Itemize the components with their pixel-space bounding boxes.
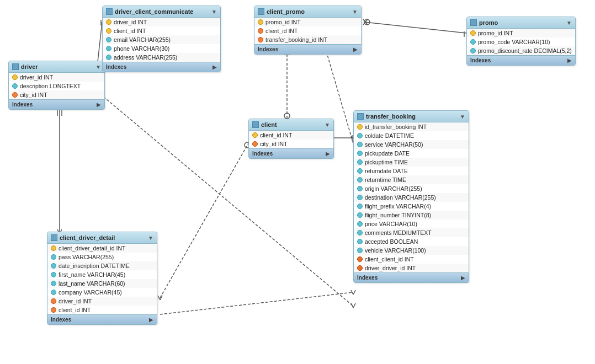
field-text: driver_id INT bbox=[59, 298, 92, 304]
field-row: driver_id INT bbox=[9, 73, 104, 82]
field-row: comments MEDIUMTEXT bbox=[354, 228, 469, 237]
field-text: origin VARCHAR(255) bbox=[365, 185, 422, 192]
indexes-arrow: ▶ bbox=[567, 57, 572, 63]
table-promo-arrow[interactable]: ▼ bbox=[566, 20, 572, 26]
field-row: returndate DATE bbox=[354, 167, 469, 175]
field-text: client_id INT bbox=[114, 28, 146, 34]
field-text: vehicle VARCHAR(100) bbox=[365, 247, 426, 254]
indexes-row-client[interactable]: Indexes ▶ bbox=[249, 148, 333, 158]
field-row: flight_number TINYINT(8) bbox=[354, 211, 469, 220]
indexes-label: Indexes bbox=[258, 46, 278, 52]
field-icon bbox=[51, 272, 56, 277]
indexes-label: Indexes bbox=[470, 57, 491, 63]
indexes-label: Indexes bbox=[106, 64, 126, 70]
field-row: driver_id INT bbox=[47, 297, 157, 306]
table-dcc-arrow[interactable]: ▼ bbox=[211, 9, 217, 15]
table-icon bbox=[258, 8, 264, 15]
field-row: coldate DATETIME bbox=[354, 131, 469, 140]
table-cp-header: client_promo ▼ bbox=[254, 6, 361, 18]
field-row: first_name VARCHAR(45) bbox=[47, 270, 157, 279]
field-row: flight_prefix VARCHAR(4) bbox=[354, 202, 469, 211]
field-text: flight_number TINYINT(8) bbox=[365, 212, 431, 218]
field-text: id_transfer_booking INT bbox=[365, 124, 427, 130]
field-text: client_client_id INT bbox=[365, 256, 414, 263]
field-row: city_id INT bbox=[249, 140, 333, 148]
table-dcc-header: driver_client_communicate ▼ bbox=[103, 6, 220, 18]
indexes-arrow: ▶ bbox=[326, 151, 330, 157]
field-text: pass VARCHAR(255) bbox=[59, 254, 114, 260]
table-driver-client-communicate[interactable]: driver_client_communicate ▼ driver_id IN… bbox=[102, 6, 221, 72]
table-driver-arrow[interactable]: ▼ bbox=[95, 64, 101, 70]
field-row: returntime TIME bbox=[354, 175, 469, 184]
indexes-arrow: ▶ bbox=[353, 46, 358, 52]
fk-icon bbox=[12, 92, 18, 98]
field-icon bbox=[357, 142, 363, 147]
table-cdd-arrow[interactable]: ▼ bbox=[148, 235, 153, 241]
indexes-row-driver[interactable]: Indexes ▶ bbox=[9, 99, 104, 109]
field-row: driver_id INT bbox=[103, 18, 220, 26]
table-driver[interactable]: driver ▼ driver_id INT description LONGT… bbox=[8, 61, 105, 110]
field-row: phone VARCHAR(30) bbox=[103, 44, 220, 53]
table-driver-title: driver bbox=[21, 63, 93, 70]
field-row: pickuptime TIME bbox=[354, 158, 469, 167]
field-text: email VARCHAR(255) bbox=[114, 36, 171, 43]
table-tb-title: transfer_booking bbox=[366, 113, 458, 120]
indexes-row-tb[interactable]: Indexes ▶ bbox=[354, 272, 469, 282]
field-icon bbox=[470, 48, 476, 53]
table-client[interactable]: client ▼ client_id INT city_id INT Index… bbox=[248, 119, 334, 159]
table-promo-title: promo bbox=[479, 19, 564, 26]
field-row: client_id INT bbox=[254, 26, 361, 35]
field-text: driver_id INT bbox=[20, 74, 53, 81]
field-row: promo_code VARCHAR(10) bbox=[467, 38, 575, 46]
field-text: service VARCHAR(50) bbox=[365, 141, 423, 148]
field-row: email VARCHAR(255) bbox=[103, 35, 220, 44]
diagram-canvas: driver ▼ driver_id INT description LONGT… bbox=[0, 0, 595, 364]
field-row: accepted BOOLEAN bbox=[354, 237, 469, 246]
field-row: client_driver_detail_id INT bbox=[47, 244, 157, 253]
field-row: promo_id INT bbox=[467, 29, 575, 38]
svg-point-18 bbox=[364, 19, 370, 25]
table-client-driver-detail[interactable]: client_driver_detail ▼ client_driver_det… bbox=[47, 232, 157, 325]
indexes-row-promo[interactable]: Indexes ▶ bbox=[467, 55, 575, 65]
pk-icon bbox=[106, 28, 111, 34]
field-row: driver_driver_id INT bbox=[354, 264, 469, 272]
field-icon bbox=[106, 55, 111, 60]
field-text: phone VARCHAR(30) bbox=[114, 45, 169, 52]
field-row: promo_discount_rate DECIMAL(5,2) bbox=[467, 46, 575, 55]
table-promo[interactable]: promo ▼ promo_id INT promo_code VARCHAR(… bbox=[466, 17, 576, 66]
field-text: promo_discount_rate DECIMAL(5,2) bbox=[478, 47, 572, 54]
field-row: client_client_id INT bbox=[354, 255, 469, 264]
indexes-label: Indexes bbox=[252, 151, 273, 157]
field-text: flight_prefix VARCHAR(4) bbox=[365, 203, 431, 210]
svg-line-32 bbox=[160, 296, 162, 300]
field-text: pickupdate DATE bbox=[365, 150, 410, 157]
indexes-row-cp[interactable]: Indexes ▶ bbox=[254, 44, 361, 54]
svg-line-28 bbox=[353, 303, 355, 308]
field-text: promo_code VARCHAR(10) bbox=[478, 39, 550, 45]
field-row: client_id INT bbox=[103, 26, 220, 35]
field-row: company VARCHAR(45) bbox=[47, 288, 157, 297]
field-icon bbox=[106, 37, 111, 42]
table-cp-arrow[interactable]: ▼ bbox=[352, 9, 358, 15]
indexes-row-cdd[interactable]: Indexes ▶ bbox=[47, 314, 157, 324]
indexes-row-dcc[interactable]: Indexes ▶ bbox=[103, 62, 220, 72]
table-transfer-booking[interactable]: transfer_booking ▼ id_transfer_booking I… bbox=[353, 110, 469, 283]
table-tb-arrow[interactable]: ▼ bbox=[460, 114, 465, 120]
field-icon bbox=[51, 281, 56, 286]
svg-line-29 bbox=[160, 143, 248, 298]
field-text: description LONGTEXT bbox=[20, 83, 81, 89]
field-icon bbox=[357, 177, 363, 183]
indexes-arrow: ▶ bbox=[97, 101, 101, 108]
indexes-arrow: ▶ bbox=[149, 317, 153, 323]
table-client-arrow[interactable]: ▼ bbox=[325, 122, 330, 128]
table-driver-header: driver ▼ bbox=[9, 61, 104, 73]
fk-icon bbox=[51, 298, 56, 304]
field-icon bbox=[357, 168, 363, 174]
field-icon bbox=[357, 230, 363, 235]
table-icon bbox=[470, 19, 477, 26]
field-icon bbox=[357, 221, 363, 227]
field-text: returntime TIME bbox=[365, 176, 406, 183]
indexes-arrow: ▶ bbox=[461, 275, 465, 281]
table-client-promo[interactable]: client_promo ▼ promo_id INT client_id IN… bbox=[254, 6, 362, 55]
table-cdd-header: client_driver_detail ▼ bbox=[47, 232, 157, 244]
